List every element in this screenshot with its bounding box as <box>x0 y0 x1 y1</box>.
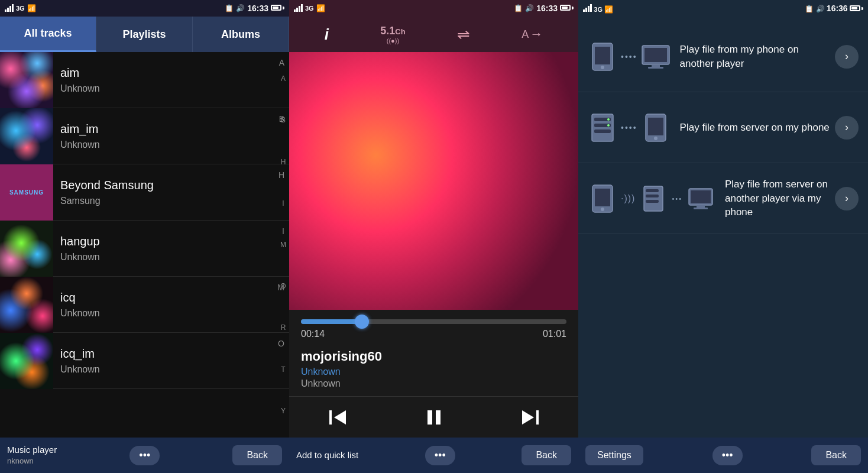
track-artist: Unknown <box>60 83 282 94</box>
network-type-3: 3G <box>594 6 603 13</box>
player-header: i 5.1Ch ((●)) ⇌ A → <box>289 17 578 52</box>
svg-rect-2 <box>427 410 432 425</box>
status-bar-3: 3G 📶 📋 🔊 16:36 <box>578 0 868 17</box>
back-button-3[interactable]: Back <box>811 445 861 465</box>
more-options-button-3[interactable]: ••• <box>712 446 743 465</box>
status-left-1: 3G 📶 <box>5 4 36 14</box>
panel-cast: 3G 📶 📋 🔊 16:36 <box>578 0 868 473</box>
add-to-quick-list-button[interactable]: Add to quick list <box>296 449 358 461</box>
track-item[interactable]: aim Unknown A <box>0 52 289 108</box>
svg-rect-12 <box>648 67 663 69</box>
track-item[interactable]: aim_im Unknown B <box>0 108 289 164</box>
battery-icon-3 <box>850 5 863 13</box>
alpha-b[interactable]: B <box>281 116 286 124</box>
network-type-1: 3G <box>16 5 25 12</box>
svg-point-8 <box>601 66 604 69</box>
track-artist: Unknown <box>60 308 282 319</box>
svg-rect-28 <box>646 200 659 203</box>
wifi-icon-2: 📶 <box>316 4 325 12</box>
battery-icon-1 <box>271 4 284 12</box>
cast-arrow-1[interactable]: › <box>835 45 859 69</box>
track-title: Beyond Samsung <box>60 179 282 192</box>
cast-option-text-1: Play file from my phone on another playe… <box>680 43 835 71</box>
track-item[interactable]: SAMSUNG Beyond Samsung Samsung H <box>0 164 289 221</box>
server-icon-2 <box>639 184 668 213</box>
cast-icons-1: •••• <box>588 42 671 72</box>
current-time: 00:14 <box>301 329 325 339</box>
next-track-mode-icon[interactable]: A → <box>522 27 543 42</box>
total-time: 01:01 <box>543 329 566 339</box>
cast-arrow-3[interactable]: › <box>835 187 859 210</box>
shuffle-icon[interactable]: ⇌ <box>457 25 470 44</box>
time-display-2: 16:33 <box>536 4 558 13</box>
volume-icon-1: 🔊 <box>236 4 245 12</box>
song-album: Unknown <box>301 378 566 389</box>
track-thumb <box>0 108 53 164</box>
time-display-1: 16:33 <box>247 4 268 13</box>
alpha-i[interactable]: I <box>282 199 284 208</box>
settings-button[interactable]: Settings <box>585 445 643 465</box>
track-artist: Unknown <box>60 140 282 150</box>
alpha-m[interactable]: M <box>280 241 286 249</box>
svg-point-17 <box>607 118 610 121</box>
alpha-a[interactable]: A <box>281 74 286 83</box>
track-item[interactable]: icq Unknown M <box>0 277 289 333</box>
cast-icons-3: ·))) ••• <box>588 184 715 213</box>
info-icon[interactable]: i <box>325 25 329 44</box>
more-options-button-2[interactable]: ••• <box>425 446 455 465</box>
battery-icon-2 <box>560 4 574 12</box>
alpha-t[interactable]: T <box>281 365 285 374</box>
tab-playlists[interactable]: Playlists <box>96 17 193 52</box>
tab-albums[interactable]: Albums <box>193 17 289 52</box>
status-right-2: 📋 🔊 16:33 <box>514 4 574 13</box>
back-button-2[interactable]: Back <box>522 445 571 465</box>
svg-point-21 <box>654 137 658 140</box>
track-item[interactable]: hangup Unknown I <box>0 221 289 277</box>
network-type-2: 3G <box>305 5 314 12</box>
cast-options-list: •••• Play file from my phone on another … <box>578 17 868 438</box>
status-right-3: 📋 🔊 16:36 <box>805 4 863 13</box>
svg-rect-10 <box>644 48 667 62</box>
player-song-info: mojorising60 Unknown Unknown <box>289 344 578 396</box>
alpha-y[interactable]: Y <box>281 407 286 415</box>
cast-arrow-2[interactable]: › <box>835 116 859 140</box>
cast-option-server-to-phone[interactable]: •••• Play file from server on my phone › <box>578 92 868 163</box>
track-thumb <box>0 333 53 389</box>
alpha-o[interactable]: O <box>280 282 286 290</box>
track-title: aim_im <box>60 122 282 136</box>
cast-option-server-to-player-via-phone[interactable]: ·))) ••• <box>578 163 868 234</box>
prev-button[interactable] <box>320 400 355 435</box>
status-left-3: 3G 📶 <box>583 4 613 14</box>
signal-icon-2 <box>294 4 303 14</box>
svg-rect-7 <box>595 47 610 64</box>
svg-rect-0 <box>329 410 332 425</box>
pause-button[interactable] <box>416 400 452 435</box>
track-title: icq_im <box>60 347 282 361</box>
progress-times: 00:14 01:01 <box>301 329 566 339</box>
track-artist: Samsung <box>60 196 282 206</box>
svg-rect-32 <box>694 208 708 209</box>
back-button-1[interactable]: Back <box>232 445 282 465</box>
track-title: aim <box>60 66 282 80</box>
progress-bar[interactable] <box>301 319 566 324</box>
progress-fill <box>301 319 362 324</box>
track-thumb <box>0 277 53 333</box>
alpha-h[interactable]: H <box>281 158 286 166</box>
player-progress-section: 00:14 01:01 <box>289 310 578 344</box>
signal-icon-3 <box>583 5 594 14</box>
track-info: aim Unknown <box>53 60 289 100</box>
track-item[interactable]: icq_im Unknown O <box>0 333 289 389</box>
progress-thumb[interactable] <box>355 315 369 329</box>
tab-all-tracks[interactable]: All tracks <box>0 17 96 52</box>
alpha-r[interactable]: R <box>281 323 286 332</box>
cast-dots-1: •••• <box>621 52 637 61</box>
more-options-button-1[interactable]: ••• <box>129 446 160 465</box>
svg-rect-4 <box>536 410 539 425</box>
cast-option-phone-to-player[interactable]: •••• Play file from my phone on another … <box>578 21 868 92</box>
signal-icon-1 <box>5 4 14 14</box>
svg-rect-3 <box>436 410 441 425</box>
cast-option-text-2: Play file from server on my phone <box>680 121 835 135</box>
svg-marker-1 <box>334 410 346 425</box>
phone-icon <box>588 42 617 72</box>
next-button[interactable] <box>513 400 548 435</box>
